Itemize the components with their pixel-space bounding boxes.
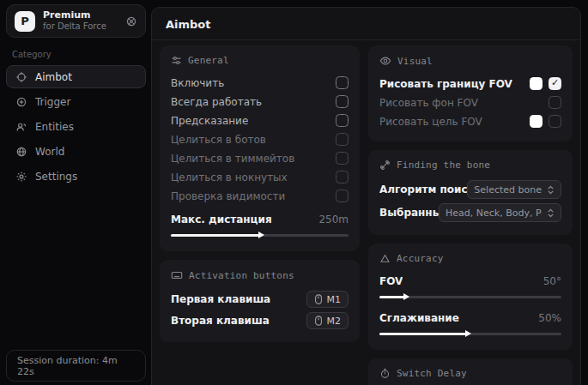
app-logo: P xyxy=(15,11,35,32)
card-title: Accuracy xyxy=(397,253,444,264)
setting-row: Рисовать границу FOV xyxy=(379,75,561,93)
chevron-up-down-icon xyxy=(547,208,555,218)
target-icon[interactable] xyxy=(125,15,137,27)
sidebar-item-label: Aimbot xyxy=(35,71,72,83)
session-duration-text: Session duration: 4m 22s xyxy=(17,355,135,377)
sidebar-item-label: Trigger xyxy=(35,96,70,108)
checkbox[interactable] xyxy=(549,96,561,109)
setting-row: Целиться в ботов xyxy=(171,130,349,148)
app-title: Premium xyxy=(43,9,106,21)
setting-label: Всегда работать xyxy=(171,96,262,108)
mouse-icon xyxy=(314,316,323,326)
keybind-label: Первая клавиша xyxy=(171,293,270,305)
slider-label: FOV xyxy=(379,275,403,287)
color-swatch[interactable] xyxy=(530,115,543,128)
sidebar-item-entities[interactable]: Entities xyxy=(6,115,146,138)
activation-buttons-card: Activation buttons Первая клавиша M1 Вто… xyxy=(160,260,360,342)
checkbox[interactable] xyxy=(336,95,349,108)
setting-label: Целиться в нокнутых xyxy=(171,171,288,183)
gear-icon xyxy=(15,171,27,183)
sidebar-item-settings[interactable]: Settings xyxy=(6,165,146,188)
slider-thumb[interactable] xyxy=(403,293,409,300)
slider-label: Макс. дистанция xyxy=(171,214,272,226)
setting-row: Проверка видимости xyxy=(171,187,349,205)
keybind-button-m2[interactable]: M2 xyxy=(306,312,349,329)
trigger-icon xyxy=(15,96,27,108)
session-duration-box: Session duration: 4m 22s xyxy=(6,350,146,382)
dropdown-value: Selected bone xyxy=(474,184,542,196)
checkbox[interactable] xyxy=(336,76,349,89)
slider-thumb[interactable] xyxy=(465,330,471,337)
setting-label: Предсказание xyxy=(171,115,248,127)
app-header: P Premium for Delta Force xyxy=(6,4,146,38)
dropdown-row: Выбранные кости Head, Neck, Body, Pe... xyxy=(379,202,561,224)
card-title: General xyxy=(188,55,229,66)
fov-slider[interactable] xyxy=(379,292,561,302)
color-swatch[interactable] xyxy=(530,77,543,90)
sidebar-item-label: World xyxy=(35,146,64,158)
category-label: Category xyxy=(12,50,140,59)
checkbox[interactable] xyxy=(336,189,349,202)
setting-label: Рисовать границу FOV xyxy=(379,78,512,90)
slider-value: 50° xyxy=(543,275,561,287)
keybind-button-m1[interactable]: M1 xyxy=(306,291,349,308)
bone-algorithm-select[interactable]: Selected bone xyxy=(467,180,561,199)
card-title: Switch Delay xyxy=(397,368,467,379)
setting-row: Всегда работать xyxy=(171,93,349,111)
setting-label: Целиться в тиммейтов xyxy=(171,153,294,165)
checkbox[interactable] xyxy=(336,133,349,146)
accuracy-icon xyxy=(379,253,391,264)
dropdown-row: Алгоритм поиска кости Selected bone xyxy=(379,178,561,201)
main-header: Aimbot xyxy=(152,8,580,40)
checkbox[interactable] xyxy=(336,114,349,127)
setting-label: Включить xyxy=(171,77,224,89)
crosshair-icon xyxy=(15,71,27,83)
timer-icon xyxy=(379,368,391,379)
slider-label: Сглаживание xyxy=(379,312,459,324)
smoothing-slider-row: Сглаживание 50% xyxy=(379,309,561,339)
keyboard-icon xyxy=(171,269,183,281)
setting-row: Предсказание xyxy=(171,111,349,129)
sidebar-item-aimbot[interactable]: Aimbot xyxy=(6,65,146,88)
checkbox[interactable] xyxy=(549,77,561,90)
sidebar-item-trigger[interactable]: Trigger xyxy=(6,90,146,113)
visual-card: Visual Рисовать границу FOV Рисовать фон… xyxy=(368,45,573,141)
switch-delay-card: Switch Delay Задержка переключения Задер… xyxy=(368,358,573,385)
checkbox[interactable] xyxy=(336,171,349,183)
max-distance-slider-row: Макс. дистанция 250m xyxy=(171,210,349,240)
dropdown-label: Алгоритм поиска кости xyxy=(379,183,467,196)
sliders-icon xyxy=(171,55,182,66)
chevron-up-down-icon xyxy=(547,185,555,195)
selected-bones-select[interactable]: Head, Neck, Body, Pe... xyxy=(439,203,561,222)
checkbox[interactable] xyxy=(336,152,349,165)
setting-row: Рисовать фон FOV xyxy=(379,93,561,111)
checkbox[interactable] xyxy=(549,115,561,128)
slider-value: 50% xyxy=(538,312,561,324)
max-distance-slider[interactable] xyxy=(171,230,349,240)
keybind-value: M2 xyxy=(327,316,342,327)
card-title: Activation buttons xyxy=(189,270,294,281)
sidebar-item-world[interactable]: World xyxy=(6,140,146,163)
smoothing-slider[interactable] xyxy=(379,328,561,339)
setting-label: Целиться в ботов xyxy=(171,134,266,146)
finding-bone-card: Finding the bone Алгоритм поиска кости S… xyxy=(368,150,573,235)
keybind-row: Вторая клавиша M2 xyxy=(171,310,349,331)
card-title: Finding the bone xyxy=(397,159,490,171)
entities-icon xyxy=(15,121,27,133)
keybind-row: Первая клавиша M1 xyxy=(171,289,349,310)
setting-label: Проверка видимости xyxy=(171,190,285,202)
setting-label: Рисовать цель FOV xyxy=(379,116,482,128)
mouse-icon xyxy=(314,294,323,304)
sidebar-item-label: Settings xyxy=(35,171,77,183)
slider-thumb[interactable] xyxy=(258,232,264,238)
dropdown-label: Выбранные кости xyxy=(379,207,439,219)
dropdown-value: Head, Neck, Body, Pe... xyxy=(446,208,542,219)
setting-label: Рисовать фон FOV xyxy=(379,97,478,109)
accuracy-card: Accuracy FOV 50° Сглаживание xyxy=(368,244,573,350)
main-panel: Aimbot General Включить xyxy=(151,7,581,385)
setting-row: Целиться в тиммейтов xyxy=(171,149,349,167)
setting-row: Целиться в нокнутых xyxy=(171,168,349,186)
sidebar: P Premium for Delta Force Category Aimbo… xyxy=(6,4,146,382)
bone-icon xyxy=(379,159,391,171)
sidebar-item-label: Entities xyxy=(35,121,74,133)
